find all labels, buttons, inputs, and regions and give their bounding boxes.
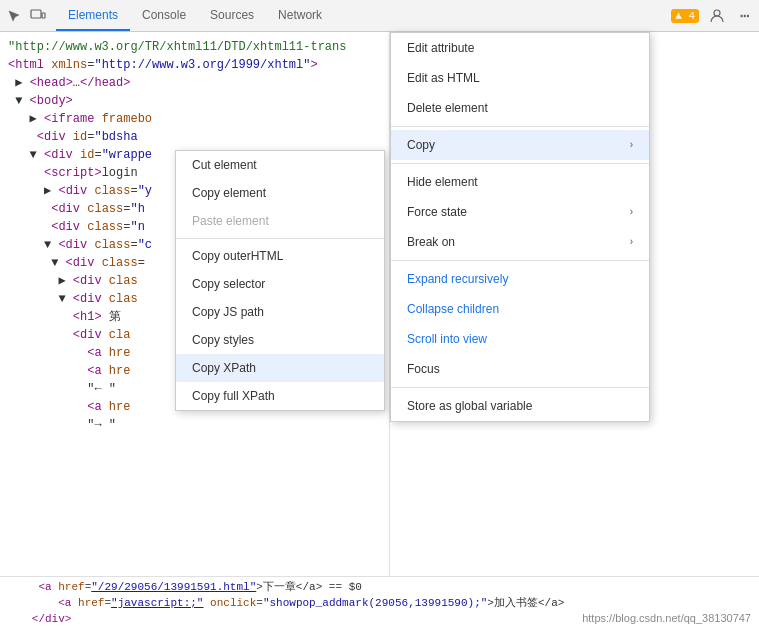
submenu-separator-2 (391, 163, 649, 164)
toolbar-icons (4, 6, 56, 26)
tab-console[interactable]: Console (130, 0, 198, 31)
submenu-separator-1 (391, 126, 649, 127)
menu-copy-selector[interactable]: Copy selector (176, 270, 384, 298)
menu-separator-1 (176, 238, 384, 239)
tab-elements[interactable]: Elements (56, 0, 130, 31)
dom-line: "→ " (0, 416, 389, 434)
submenu-break-on[interactable]: Break on › (391, 227, 649, 257)
menu-copy-element[interactable]: Copy element (176, 179, 384, 207)
submenu-break-on-arrow: › (630, 233, 633, 251)
submenu-delete-element[interactable]: Delete element (391, 93, 649, 123)
device-toggle-icon[interactable] (28, 6, 48, 26)
dom-line: ▶ <head>…</head> (0, 74, 389, 92)
menu-paste-element[interactable]: Paste element (176, 207, 384, 235)
menu-cut-element[interactable]: Cut element (176, 151, 384, 179)
svg-rect-0 (31, 10, 41, 18)
menu-copy-js-path[interactable]: Copy JS path (176, 298, 384, 326)
devtools-toolbar: Elements Console Sources Network ▲ 4 ⋯ (0, 0, 759, 32)
warning-badge[interactable]: ▲ 4 (671, 9, 699, 23)
submenu-collapse-children[interactable]: Collapse children (391, 294, 649, 324)
dom-line: ▶ <iframe framebo (0, 110, 389, 128)
submenu-copy-arrow: › (630, 136, 633, 154)
submenu-force-state[interactable]: Force state › (391, 197, 649, 227)
svg-point-2 (714, 10, 720, 16)
dom-line: <div id="bdsha (0, 128, 389, 146)
status-bar: <a href="/29/29056/13991591.html">下一章</a… (0, 576, 759, 628)
menu-copy-outerhtml[interactable]: Copy outerHTML (176, 242, 384, 270)
menu-copy-styles[interactable]: Copy styles (176, 326, 384, 354)
dom-line: "http://www.w3.org/TR/xhtml11/DTD/xhtml1… (0, 38, 389, 56)
submenu-copy[interactable]: Copy › (391, 130, 649, 160)
tab-sources[interactable]: Sources (198, 0, 266, 31)
submenu-separator-3 (391, 260, 649, 261)
status-line-1: <a href="/29/29056/13991591.html">下一章</a… (4, 579, 755, 595)
submenu-expand-recursively[interactable]: Expand recursively (391, 264, 649, 294)
dom-line: ▼ <body> (0, 92, 389, 110)
submenu-force-state-arrow: › (630, 203, 633, 221)
submenu-edit-attribute[interactable]: Edit attribute (391, 33, 649, 63)
submenu-edit-as-html[interactable]: Edit as HTML (391, 63, 649, 93)
menu-copy-xpath[interactable]: Copy XPath (176, 354, 384, 382)
primary-context-menu[interactable]: Cut element Copy element Paste element C… (175, 150, 385, 411)
menu-copy-full-xpath[interactable]: Copy full XPath (176, 382, 384, 410)
status-line-2: <a href="javascript:;" onclick="showpop_… (4, 595, 755, 611)
more-options-icon[interactable]: ⋯ (735, 6, 755, 26)
tab-network[interactable]: Network (266, 0, 334, 31)
status-url: https://blog.csdn.net/qq_38130747 (582, 612, 751, 624)
svg-rect-1 (42, 13, 45, 18)
submenu-separator-4 (391, 387, 649, 388)
dom-line: <html xmlns="http://www.w3.org/1999/xhtm… (0, 56, 389, 74)
toolbar-right: ▲ 4 ⋯ (671, 6, 755, 26)
submenu[interactable]: Edit attribute Edit as HTML Delete eleme… (390, 32, 650, 422)
user-icon[interactable] (707, 6, 727, 26)
submenu-focus[interactable]: Focus (391, 354, 649, 384)
submenu-store-global[interactable]: Store as global variable (391, 391, 649, 421)
tab-bar: Elements Console Sources Network (56, 0, 334, 31)
submenu-hide-element[interactable]: Hide element (391, 167, 649, 197)
submenu-scroll-into-view[interactable]: Scroll into view (391, 324, 649, 354)
cursor-icon[interactable] (4, 6, 24, 26)
